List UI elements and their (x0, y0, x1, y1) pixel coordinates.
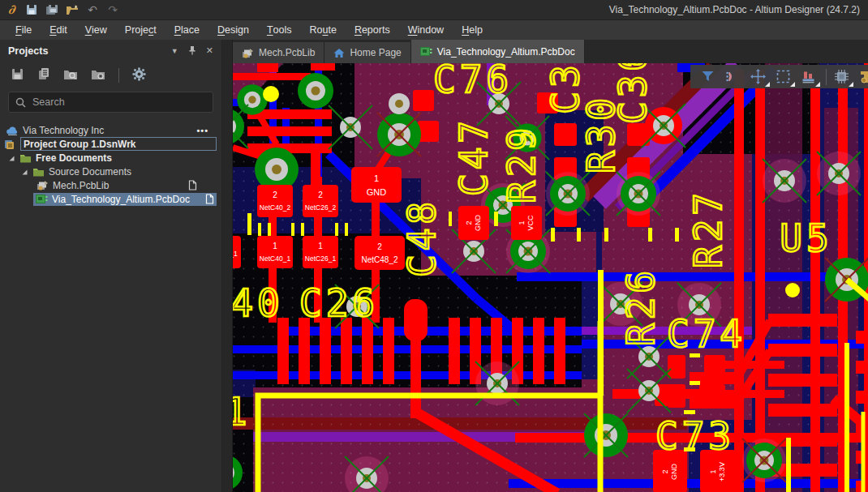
dropdown-corner (765, 82, 770, 87)
pcbdoc-label: Via_Technology_Altium.PcbDoc (52, 194, 190, 205)
menu-place[interactable]: Place (165, 20, 208, 40)
pad-number: 1 (709, 469, 717, 473)
dropdown-corner (790, 82, 795, 87)
menu-tools[interactable]: Tools (258, 20, 301, 40)
tab-mech-pcblib[interactable]: Mech.PcbLib (233, 42, 324, 63)
document-tab-bar: Mech.PcbLib Home Page Via_Technology_Alt… (233, 40, 868, 63)
tab-home-page[interactable]: Home Page (324, 42, 410, 63)
projects-panel: Projects ▼ ✕ Search (0, 40, 221, 492)
panel-pin-icon[interactable] (188, 44, 196, 58)
menu-edit[interactable]: Edit (41, 20, 76, 40)
tree-item-project-group[interactable]: Project Group 1.DsnWrk (0, 137, 221, 151)
pad-number: 1 (518, 220, 526, 225)
select-area-icon[interactable] (776, 69, 791, 84)
workspace-menu-button[interactable]: ••• (196, 126, 208, 135)
folder-icon (19, 153, 32, 163)
save-icon[interactable] (25, 3, 38, 16)
tab-label: Via_Technology_Altium.PcbDoc (437, 46, 575, 58)
menu-project[interactable]: Project (116, 20, 165, 40)
project-tree: Via Technology Inc ••• Project Group 1.D… (0, 123, 221, 206)
menu-route[interactable]: Route (301, 20, 346, 40)
tab-label: Home Page (350, 47, 401, 58)
projects-panel-header: Projects ▼ ✕ (0, 40, 221, 62)
pad-net: GND (367, 187, 387, 197)
pad-net: NetC40_2 (260, 203, 291, 212)
project-group-icon (4, 139, 16, 150)
move-objects-icon[interactable] (750, 69, 766, 84)
menu-reports[interactable]: Reports (346, 20, 399, 40)
silkscreen-label: C47 (452, 117, 496, 196)
clipped-toolbar-icon[interactable] (859, 69, 868, 84)
tree-item-pcblib[interactable]: Mech.PcbLib (0, 178, 221, 192)
menu-design[interactable]: Design (208, 20, 258, 40)
expand-arrow-icon[interactable] (7, 154, 15, 162)
menu-help[interactable]: Help (453, 20, 492, 40)
expand-arrow-icon[interactable] (20, 168, 28, 176)
dropdown-corner (815, 82, 820, 87)
silkscreen-label: C26 (299, 281, 379, 325)
magnet-icon[interactable] (725, 69, 741, 84)
free-documents-label: Free Documents (36, 152, 112, 164)
workspace-label: Via Technology Inc (23, 125, 104, 136)
dropdown-corner (849, 82, 853, 87)
component-placement-icon[interactable] (834, 69, 849, 84)
pad-net: GND (670, 464, 678, 481)
pad-net: NetC40_1 (260, 255, 291, 263)
pad-net: +3.3V (718, 462, 726, 481)
pcblib-icon (37, 180, 49, 190)
pad-number: 1 (273, 242, 277, 250)
pad-net: NetC26_2 (305, 203, 337, 212)
home-icon (333, 48, 345, 58)
compile-documents-icon[interactable] (37, 67, 50, 83)
pad-net: GND (474, 215, 482, 232)
title-bar: ∂ ↶ ↷ Via_Technology_Altium.PcbDoc - Alt… (0, 0, 868, 19)
filter-icon[interactable] (700, 69, 715, 84)
tree-item-workspace[interactable]: Via Technology Inc ••• (0, 123, 221, 137)
tree-item-source-documents[interactable]: Source Documents (0, 165, 221, 178)
explore-project-icon[interactable] (63, 68, 78, 83)
silkscreen-label: U5 (780, 216, 832, 260)
board-insight-icon[interactable] (801, 69, 816, 84)
pcblib-label: Mech.PcbLib (53, 180, 109, 191)
source-documents-label: Source Documents (49, 166, 131, 178)
panel-splitter[interactable] (221, 40, 233, 492)
pcblib-icon (242, 48, 254, 58)
toolbar-separator (826, 69, 827, 85)
tab-via-technology-pcbdoc[interactable]: Via_Technology_Altium.PcbDoc (411, 40, 585, 63)
panel-dropdown-icon[interactable]: ▼ (171, 47, 178, 55)
panel-settings-gear-icon[interactable] (132, 67, 146, 84)
silkscreen-label: R27 (686, 189, 730, 268)
panel-close-icon[interactable]: ✕ (206, 45, 213, 56)
altium-logo-icon: ∂ (5, 3, 18, 16)
toolbar-separator (118, 68, 119, 83)
undo-icon[interactable]: ↶ (86, 3, 99, 16)
silkscreen-label: R26 (619, 267, 663, 346)
open-document-icon[interactable] (66, 3, 79, 16)
search-input[interactable]: Search (8, 92, 213, 113)
tree-item-free-documents[interactable]: Free Documents (0, 151, 221, 165)
silkscreen-label: 40 (233, 281, 284, 325)
pad-net: NetC48_2 (361, 255, 397, 264)
pcb-canvas[interactable]: 2 NetC40_2 2 NetC26_2 1 GND 1 NetC40_1 1 (233, 63, 868, 492)
document-page-icon (205, 194, 214, 204)
silkscreen-label: C36 (611, 63, 655, 124)
project-group-label: Project Group 1.DsnWrk (24, 139, 135, 150)
menu-file[interactable]: File (6, 20, 41, 40)
menu-view[interactable]: View (76, 20, 116, 40)
pcb-editor-viewport[interactable]: 2 NetC40_2 2 NetC26_2 1 GND 1 NetC40_1 1 (233, 63, 868, 492)
project-options-icon[interactable] (91, 68, 105, 83)
pad-number: 2 (377, 242, 382, 251)
tab-label: Mech.PcbLib (259, 47, 315, 58)
save-project-icon[interactable] (11, 68, 24, 83)
pcb-overlay-toolbar (690, 65, 868, 88)
menu-window[interactable]: Window (399, 20, 453, 40)
pad-net: NetC26_1 (305, 255, 337, 263)
search-icon (15, 97, 26, 108)
document-page-icon (188, 180, 197, 190)
save-all-icon[interactable] (45, 3, 58, 16)
silkscreen-label: C73 (655, 414, 735, 458)
silkscreen-label: C74 (667, 312, 746, 356)
tree-item-pcbdoc-selected[interactable]: Via_Technology_Altium.PcbDoc (0, 192, 221, 206)
redo-icon[interactable]: ↷ (106, 3, 119, 16)
altium-designer-window: ∂ ↶ ↷ Via_Technology_Altium.PcbDoc - Alt… (0, 0, 868, 492)
